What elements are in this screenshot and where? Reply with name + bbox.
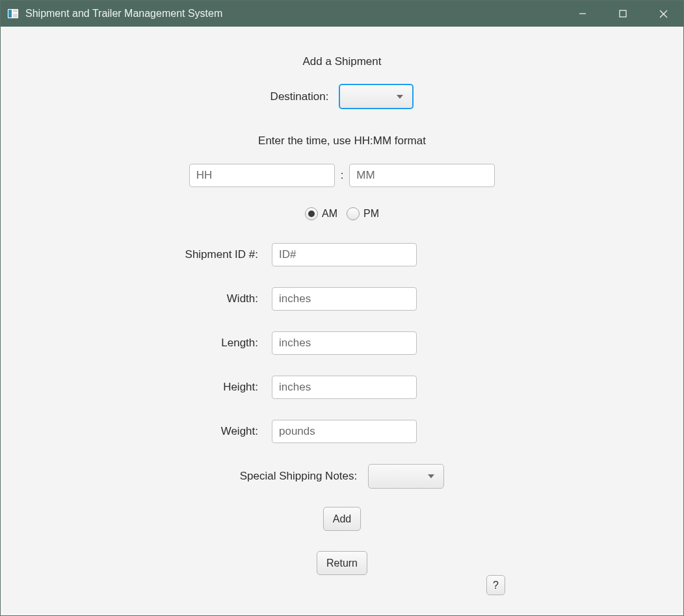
width-row: Width:	[1, 287, 683, 311]
maximize-button[interactable]	[603, 1, 643, 27]
ampm-row: AM PM	[1, 207, 683, 220]
height-label: Height:	[1, 381, 261, 394]
shipment-id-input[interactable]	[272, 243, 417, 266]
destination-row: Destination:	[1, 84, 683, 109]
svg-rect-2	[13, 10, 18, 12]
minutes-input[interactable]	[349, 164, 495, 187]
return-button[interactable]: Return	[317, 551, 367, 575]
width-label: Width:	[1, 292, 261, 305]
app-window: Shipment and Trailer Management System	[0, 0, 684, 616]
help-button[interactable]: ?	[486, 575, 505, 595]
client-area: Add a Shipment Destination: Enter the ti…	[1, 27, 683, 615]
width-input[interactable]	[272, 287, 417, 311]
destination-label: Destination:	[270, 90, 329, 103]
pm-label: PM	[363, 208, 379, 220]
svg-rect-1	[8, 10, 12, 18]
radio-icon	[305, 207, 318, 220]
am-label: AM	[322, 208, 337, 220]
time-colon: :	[341, 169, 344, 182]
help-wrap: ?	[486, 575, 505, 595]
time-row: :	[1, 164, 683, 187]
minimize-button[interactable]	[562, 1, 603, 27]
weight-label: Weight:	[1, 425, 261, 438]
page-title: Add a Shipment	[1, 55, 683, 68]
am-radio[interactable]: AM	[305, 207, 337, 220]
hours-input[interactable]	[189, 164, 335, 187]
shipment-id-row: Shipment ID #:	[1, 243, 683, 266]
notes-row: Special Shipping Notes:	[1, 464, 683, 489]
notes-label: Special Shipping Notes:	[240, 470, 358, 483]
svg-rect-5	[620, 10, 626, 17]
window-controls	[562, 1, 683, 27]
length-input[interactable]	[272, 331, 417, 355]
add-row: Add	[1, 507, 683, 531]
chevron-down-icon	[428, 474, 434, 478]
radio-icon	[347, 207, 360, 220]
weight-row: Weight:	[1, 420, 683, 443]
height-row: Height:	[1, 376, 683, 399]
svg-rect-3	[13, 14, 18, 18]
add-button[interactable]: Add	[323, 507, 361, 531]
return-row: Return	[1, 551, 683, 575]
titlebar: Shipment and Trailer Management System	[1, 1, 683, 27]
length-row: Length:	[1, 331, 683, 355]
pm-radio[interactable]: PM	[347, 207, 379, 220]
time-format-hint: Enter the time, use HH:MM format	[1, 135, 683, 148]
height-input[interactable]	[272, 376, 417, 399]
app-icon	[7, 8, 19, 19]
close-button[interactable]	[643, 1, 683, 27]
length-label: Length:	[1, 337, 261, 350]
notes-dropdown[interactable]	[368, 464, 444, 489]
destination-dropdown[interactable]	[339, 84, 414, 109]
window-title: Shipment and Trailer Management System	[25, 8, 222, 19]
shipment-id-label: Shipment ID #:	[1, 248, 261, 261]
weight-input[interactable]	[272, 420, 417, 443]
chevron-down-icon	[397, 95, 403, 99]
